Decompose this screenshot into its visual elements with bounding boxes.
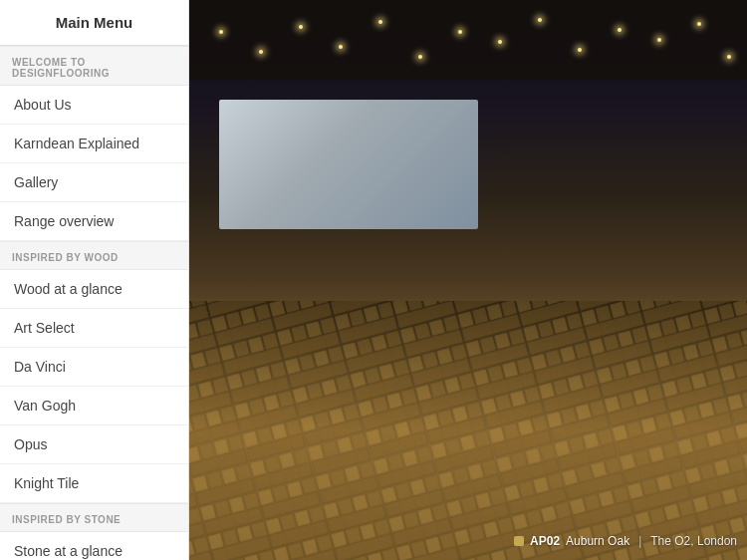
scene-background: AP02 Auburn Oak | The O2, London [189,0,747,560]
floor-area [189,301,747,560]
nav-item-opus[interactable]: Opus [0,425,188,464]
nav-item-karndean-explained[interactable]: Karndean Explained [0,125,188,163]
caption-dot [514,536,524,546]
section-label: INSPIRED BY STONE [0,503,188,532]
caption-product-code: AP02 [530,534,560,548]
nav-item-about-us[interactable]: About Us [0,86,188,125]
nav-item-da-vinci[interactable]: Da Vinci [0,348,188,387]
nav-item-gallery[interactable]: Gallery [0,163,188,202]
caption-separator: | [638,534,641,548]
nav-item-knight-tile[interactable]: Knight Tile [0,464,188,503]
caption-product-name: Auburn Oak [566,534,629,548]
sidebar-content: WELCOME TO DESIGNFLOORINGAbout UsKarndea… [0,46,188,560]
caption-location: The O2, London [650,534,737,548]
svg-rect-14 [189,301,747,560]
sidebar-title: Main Menu [0,0,188,46]
nav-item-wood-at-a-glance[interactable]: Wood at a glance [0,270,188,309]
image-caption: AP02 Auburn Oak | The O2, London [514,534,737,548]
nav-item-range-overview[interactable]: Range overview [0,202,188,241]
main-content: AP02 Auburn Oak | The O2, London [189,0,747,560]
nav-item-stone-at-a-glance[interactable]: Stone at a glance [0,532,188,560]
section-label: INSPIRED BY WOOD [0,241,188,270]
ceiling [189,0,747,80]
section-label: WELCOME TO DESIGNFLOORING [0,46,188,86]
sidebar: Main Menu WELCOME TO DESIGNFLOORINGAbout… [0,0,189,560]
nav-item-van-gogh[interactable]: Van Gogh [0,387,188,425]
bar-counter [219,100,478,229]
nav-item-art-select-wood[interactable]: Art Select [0,309,188,348]
